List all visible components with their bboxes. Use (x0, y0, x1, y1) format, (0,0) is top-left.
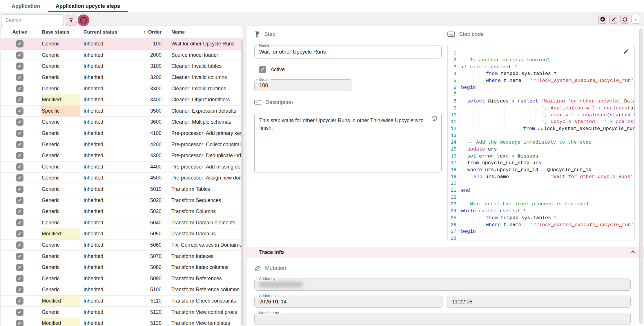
table-row[interactable]: ✓GenericInherited3200Cleaner: Invalid co… (1, 72, 243, 83)
table-row[interactable]: ✓GenericInherited5120Transform View cont… (1, 307, 243, 318)
row-active-checkbox[interactable]: ✓ (16, 253, 23, 260)
row-active-checkbox[interactable]: ✓ (16, 74, 23, 81)
table-row[interactable]: ✓GenericInherited5030Transform Columns (1, 206, 243, 217)
line-number: 2 (448, 57, 461, 63)
line-number: 28 (448, 236, 461, 241)
row-active-checkbox[interactable]: ✓ (16, 163, 23, 171)
row-active-checkbox[interactable]: ✓ (16, 320, 23, 326)
column-header-name[interactable]: Name (165, 26, 243, 38)
column-header-base-status[interactable]: Base status (38, 26, 80, 38)
code-text (461, 91, 634, 97)
table-row[interactable]: ✓GenericInherited5100Transform Reference… (1, 284, 243, 296)
row-current-status: Inherited (80, 139, 135, 150)
description-section-header: Description (254, 98, 442, 106)
code-line: 28 (448, 235, 634, 241)
table-row[interactable]: ✓GenericInherited4400Pre-processor: Add … (1, 162, 243, 173)
filter-button[interactable] (66, 15, 76, 25)
row-active-checkbox[interactable]: ✓ (16, 309, 23, 316)
row-active-checkbox[interactable]: ✓ (16, 118, 23, 126)
row-active-checkbox[interactable]: ✓ (16, 52, 23, 59)
trace-info-title: Trace info (259, 249, 284, 255)
table-row[interactable]: ✓SpecificInherited3500Cleaner: Expressio… (1, 106, 243, 117)
table-row[interactable]: ✓GenericInherited5070Transform Indexes (1, 251, 243, 262)
added-by-redacted-value (259, 282, 303, 287)
row-order: 5130 (135, 318, 165, 326)
detail-scrollbar[interactable] (639, 28, 643, 324)
table-row[interactable]: ✓ModifiedInherited5110Transform Check co… (1, 296, 243, 307)
added-on-time-input[interactable] (447, 296, 630, 307)
row-name: Transform Indexes (165, 251, 243, 262)
record-toggle-button[interactable] (78, 14, 89, 26)
row-active-checkbox[interactable]: ✓ (16, 297, 23, 305)
tab-application[interactable]: Application (4, 0, 48, 12)
add-button[interactable] (598, 15, 607, 24)
step-code-editor[interactable]: 12-- Is another process running?3if exis… (447, 44, 635, 241)
row-active-checkbox[interactable]: ✓ (16, 141, 23, 148)
table-row[interactable]: ✓GenericInherited4300Pre-processor: Dedu… (1, 150, 243, 162)
row-active-checkbox[interactable]: ✓ (16, 230, 23, 237)
table-row[interactable]: ✓GenericInherited5040Transform Domain el… (1, 217, 243, 229)
table-scrollbar[interactable] (241, 40, 243, 325)
row-active-checkbox[interactable]: ✓ (16, 241, 23, 249)
row-base-status: Generic (42, 153, 59, 159)
row-active-checkbox[interactable]: ✓ (16, 152, 23, 159)
row-base-status: Modified (42, 320, 61, 326)
code-edit-pencil-icon[interactable] (623, 48, 629, 55)
trace-info-bar[interactable]: Trace info (246, 247, 644, 258)
table-row[interactable]: ✓GenericInherited5080Transform Index col… (1, 262, 243, 273)
toolbar-divider (76, 17, 76, 24)
more-button[interactable] (631, 15, 640, 24)
row-active-checkbox[interactable]: ✓ (16, 63, 23, 70)
column-header-current-status[interactable]: Current status (80, 26, 135, 38)
search-input[interactable] (1, 17, 71, 23)
line-number: 16 (448, 153, 461, 159)
row-active-checkbox[interactable]: ✓ (16, 286, 23, 293)
row-name: Cleaner: Invalid tables (165, 61, 243, 72)
tab-application-upcycle-steps[interactable]: Application upcycle steps (48, 0, 128, 12)
edit-button[interactable] (609, 15, 618, 24)
row-active-checkbox[interactable]: ✓ (16, 174, 23, 182)
table-row[interactable]: ✓GenericInherited4200Pre-processor: Coll… (1, 139, 243, 150)
row-active-checkbox[interactable]: ✓ (16, 40, 23, 47)
table-row[interactable]: ✓ModifiedInherited5130Transform View tem… (1, 318, 243, 326)
row-active-checkbox[interactable]: ✓ (16, 275, 23, 282)
table-row[interactable]: ✓GenericInherited100Wait for other Upcyc… (1, 39, 243, 50)
table-row[interactable]: ✓GenericInherited5060Fix: Correct values… (1, 240, 243, 251)
row-active-checkbox[interactable]: ✓ (16, 96, 23, 103)
added-on-date-input[interactable] (255, 296, 442, 307)
order-field-label: Order (257, 77, 271, 82)
row-base-status: Generic (42, 86, 59, 92)
row-name: Transform Domain elements (165, 217, 243, 228)
row-active-checkbox[interactable]: ✓ (16, 197, 23, 204)
row-base-status: Generic (42, 264, 59, 270)
row-active-checkbox[interactable]: ✓ (16, 107, 23, 115)
expand-field-icon[interactable] (431, 116, 438, 122)
row-active-checkbox[interactable]: ✓ (16, 85, 23, 92)
table-row[interactable]: ✓GenericInherited3100Cleaner: Invalid ta… (1, 61, 243, 72)
table-row[interactable]: ✓GenericInherited5090Transform Reference… (1, 273, 243, 284)
row-active-checkbox[interactable]: ✓ (16, 264, 23, 271)
mutation-section: Mutation Added by Added on Modified by (246, 264, 644, 325)
column-header-order[interactable]: ↑ Order (135, 26, 165, 38)
refresh-button[interactable] (620, 15, 629, 24)
description-field[interactable]: This step waits for other Upcycler Runs … (254, 113, 442, 173)
row-active-checkbox[interactable]: ✓ (16, 208, 23, 215)
table-row[interactable]: ✓GenericInherited4500Pre-processor: Assi… (1, 173, 243, 184)
table-row[interactable]: ✓GenericInherited5020Transform Sequences (1, 195, 243, 206)
modified-by-input[interactable] (255, 313, 630, 325)
active-checkbox[interactable]: ✓ (259, 66, 266, 73)
row-current-status: Inherited (80, 217, 135, 228)
table-row[interactable]: ✓ModifiedInherited3400Cleaner: Object id… (1, 94, 243, 106)
column-header-active[interactable]: Active (1, 26, 38, 38)
table-row[interactable]: ✓GenericInherited5010Transform Tables (1, 184, 243, 195)
row-active-checkbox[interactable]: ✓ (16, 219, 23, 226)
table-row[interactable]: ✓GenericInherited4100Pre-processor: Add … (1, 128, 243, 139)
table-row[interactable]: ✓GenericInherited3300Cleaner: Invalid ro… (1, 83, 243, 94)
row-active-checkbox[interactable]: ✓ (16, 186, 23, 193)
table-row[interactable]: ✓GenericInherited3600Cleaner: Multiple s… (1, 117, 243, 128)
table-row[interactable]: ✓ModifiedInherited5050Transform Domains (1, 228, 243, 240)
table-row[interactable]: ✓GenericInherited2000Source model loader (1, 50, 243, 61)
name-input[interactable] (255, 45, 441, 58)
collapse-chevron-icon[interactable] (631, 250, 635, 253)
row-active-checkbox[interactable]: ✓ (16, 130, 23, 137)
